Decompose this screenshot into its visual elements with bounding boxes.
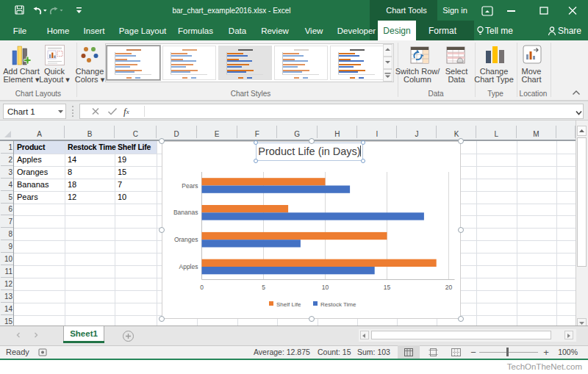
svg-text:Pears: Pears xyxy=(182,182,198,190)
svg-text:Bananas: Bananas xyxy=(173,209,198,216)
svg-text:0: 0 xyxy=(200,284,204,291)
svg-text:15: 15 xyxy=(384,284,391,291)
svg-text:10: 10 xyxy=(322,284,329,291)
svg-text:Shelf Life: Shelf Life xyxy=(276,301,301,308)
svg-text:20: 20 xyxy=(445,284,453,291)
svg-text:Apples: Apples xyxy=(179,263,198,270)
svg-text:5: 5 xyxy=(262,284,265,291)
svg-text:Restock Time: Restock Time xyxy=(320,301,356,308)
svg-text:Oranges: Oranges xyxy=(174,236,198,243)
